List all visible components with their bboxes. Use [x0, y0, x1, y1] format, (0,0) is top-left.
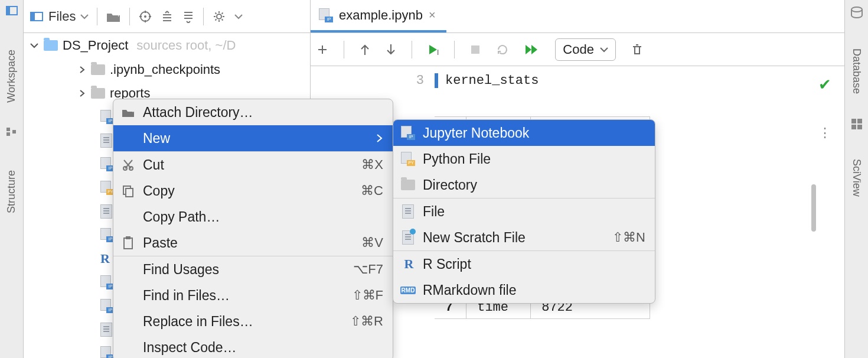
files-selector[interactable]: Files — [30, 9, 89, 24]
chevron-right-icon — [78, 89, 86, 97]
menu-item-label: Copy — [143, 183, 175, 199]
folder-name: .ipynb_checkpoints — [110, 62, 220, 77]
sciview-icon[interactable] — [850, 118, 863, 131]
shortcut: ⇧⌘R — [350, 314, 383, 329]
menu-item-inspect-code[interactable]: Inspect Code… — [113, 334, 393, 358]
status-ok-icon: ✔ — [818, 76, 831, 94]
svg-rect-23 — [126, 236, 130, 239]
sources-root-label: sources root, ~/D — [136, 38, 236, 53]
left-tool-strip: Workspace Structure — [0, 0, 24, 358]
cell-type-label: Code — [563, 42, 594, 57]
tab-title: example.ipynb — [339, 8, 423, 23]
close-icon[interactable]: × — [429, 8, 436, 22]
menu-item-paste[interactable]: Paste⌘V — [113, 230, 393, 256]
menu-item-label: R Script — [423, 256, 471, 272]
project-root[interactable]: DS_Project sources root, ~/D — [24, 33, 310, 58]
svg-rect-11 — [31, 12, 35, 21]
rmd-icon: RMD — [399, 287, 417, 294]
code-cell[interactable]: 3 kernel_stats — [311, 73, 834, 88]
menu-item-label: Copy Path… — [143, 209, 220, 225]
toolbar-separator — [344, 41, 344, 58]
chevron-down-icon[interactable] — [234, 14, 243, 19]
structure-tab[interactable]: Structure — [5, 170, 18, 213]
database-icon[interactable] — [850, 6, 863, 20]
menu-item-directory[interactable]: Directory — [393, 172, 655, 198]
paste-icon — [119, 236, 137, 250]
svg-point-14 — [144, 15, 146, 18]
structure-icon[interactable] — [6, 126, 18, 137]
menu-item-label: New — [143, 131, 170, 147]
menu-item-new-scratch-file[interactable]: New Scratch File⇧⌘N — [393, 224, 655, 250]
menu-item-copy-path[interactable]: Copy Path… — [113, 204, 393, 230]
database-tab[interactable]: Database — [850, 48, 863, 94]
svg-rect-2 — [6, 128, 10, 131]
cell-type-select[interactable]: Code — [555, 38, 616, 61]
svg-rect-21 — [126, 188, 133, 197]
menu-item-find-in-files[interactable]: Find in Files…⇧⌘F — [113, 282, 393, 308]
right-tool-strip: Database SciView — [844, 0, 868, 358]
file-icon — [100, 134, 112, 148]
chevron-down-icon — [600, 47, 608, 53]
restart-button[interactable] — [496, 43, 509, 56]
menu-item-rmarkdown-file[interactable]: RMDRMarkdown file — [393, 277, 655, 303]
run-cell-button[interactable]: I — [428, 43, 439, 57]
menu-item-python-file[interactable]: PYPython File — [393, 146, 655, 172]
chevron-down-icon — [80, 14, 89, 19]
toolbar-separator — [454, 41, 455, 58]
menu-item-label: File — [423, 204, 445, 220]
menu-item-copy[interactable]: Copy⌘C — [113, 178, 393, 204]
menu-item-find-usages[interactable]: Find Usages⌥F7 — [113, 256, 393, 282]
file-icon — [100, 204, 112, 219]
py-icon: PY — [399, 152, 417, 166]
menu-item-cut[interactable]: Cut⌘X — [113, 152, 393, 178]
ipynb-icon: IP — [399, 126, 417, 140]
folder-icon — [91, 64, 105, 75]
gear-icon[interactable] — [212, 9, 226, 24]
attach-folder-icon[interactable]: + — [106, 10, 121, 23]
menu-item-jupyter-notebook[interactable]: IPJupyter Notebook — [393, 120, 655, 146]
menu-item-attach-directory[interactable]: +Attach Directory… — [113, 99, 393, 125]
editor-tab[interactable]: IP example.ipynb × — [311, 0, 446, 32]
editor-tabs: IP example.ipynb × — [311, 0, 844, 33]
menu-item-new[interactable]: New — [113, 125, 393, 151]
move-up-button[interactable] — [360, 43, 370, 56]
svg-rect-4 — [12, 130, 16, 134]
sciview-tab[interactable]: SciView — [850, 159, 863, 197]
menu-item-r-script[interactable]: RR Script — [393, 251, 655, 277]
kebab-icon[interactable]: ⋮ — [818, 125, 831, 141]
svg-point-15 — [217, 14, 221, 19]
menu-item-label: Inspect Code… — [143, 340, 237, 356]
menu-item-label: Paste — [143, 235, 178, 251]
menu-item-label: Python File — [423, 151, 491, 167]
svg-rect-3 — [6, 132, 10, 136]
tree-folder[interactable]: .ipynb_checkpoints — [24, 58, 310, 82]
chevron-down-icon — [30, 42, 39, 49]
svg-rect-7 — [857, 119, 862, 123]
menu-item-label: Directory — [423, 177, 477, 193]
run-all-button[interactable] — [524, 44, 540, 56]
r-icon: R — [399, 256, 417, 272]
svg-rect-1 — [6, 6, 10, 15]
menu-item-file[interactable]: File — [393, 198, 655, 224]
toolbar-separator — [203, 8, 204, 25]
svg-rect-22 — [124, 238, 132, 249]
stop-button[interactable] — [470, 44, 481, 55]
expand-all-icon[interactable] — [161, 10, 174, 23]
add-cell-button[interactable] — [316, 44, 328, 56]
move-down-button[interactable] — [386, 43, 396, 56]
scrollbar-thumb[interactable] — [811, 184, 816, 232]
code-content[interactable]: kernel_stats — [435, 73, 539, 88]
menu-item-replace-in-files[interactable]: Replace in Files…⇧⌘R — [113, 308, 393, 334]
shortcut: ⌥F7 — [353, 262, 383, 277]
locate-icon[interactable] — [138, 9, 152, 24]
svg-rect-16 — [471, 45, 479, 54]
menu-item-label: RMarkdown file — [423, 282, 517, 298]
workspace-icon[interactable] — [5, 5, 18, 17]
delete-cell-button[interactable] — [631, 43, 643, 56]
menu-item-label: Attach Directory… — [143, 105, 253, 121]
toolbar-separator — [129, 8, 130, 25]
workspace-tab[interactable]: Workspace — [5, 50, 18, 103]
collapse-all-icon[interactable] — [182, 10, 195, 23]
project-name: DS_Project — [63, 38, 128, 53]
folder-icon — [399, 180, 417, 190]
